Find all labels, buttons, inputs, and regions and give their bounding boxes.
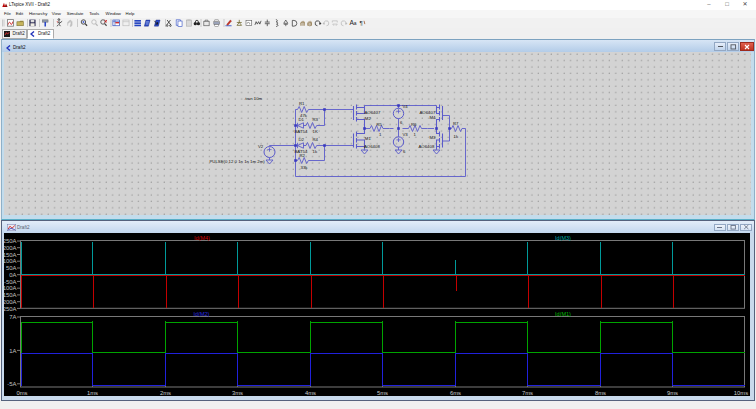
svg-text:6ms: 6ms	[450, 390, 461, 396]
svg-text:Id(M3): Id(M3)	[555, 235, 571, 241]
svg-text:AO6408: AO6408	[364, 144, 380, 149]
svg-text:Id(M4): Id(M4)	[194, 235, 210, 241]
svg-text:M3: M3	[430, 135, 437, 140]
svg-text:5ms: 5ms	[377, 390, 388, 396]
svg-text:-150A: -150A	[4, 292, 17, 298]
svg-text:¶: ¶	[360, 19, 364, 26]
svg-text:Id(M2): Id(M2)	[194, 311, 210, 317]
svg-text:V2: V2	[258, 144, 264, 149]
svg-text:PULSE(0 12 0 1n 1n 1m 2m): PULSE(0 12 0 1n 1n 1m 2m)	[210, 159, 266, 164]
svg-text:AO6407: AO6407	[365, 110, 381, 115]
svg-text:-100A: -100A	[4, 285, 17, 291]
svg-text:-5A: -5A	[7, 381, 16, 387]
svg-text:R3: R3	[313, 117, 319, 122]
svg-text:Id(M1): Id(M1)	[555, 311, 571, 317]
svg-text:AO6407: AO6407	[420, 110, 436, 115]
svg-text:D2: D2	[299, 137, 305, 142]
svg-text:9ms: 9ms	[667, 390, 678, 396]
svg-text:a: a	[354, 21, 357, 26]
svg-text:0ms: 0ms	[16, 390, 27, 396]
svg-text:M2: M2	[365, 116, 372, 121]
svg-text:100A: 100A	[4, 258, 17, 264]
svg-text:8ms: 8ms	[595, 390, 606, 396]
svg-text:150A: 150A	[4, 252, 17, 258]
svg-text:-250A: -250A	[4, 306, 17, 312]
svg-text:R6: R6	[411, 122, 417, 127]
svg-text:1ms: 1ms	[87, 390, 98, 396]
svg-text:50A: 50A	[6, 265, 17, 271]
svg-text:4ms: 4ms	[305, 390, 316, 396]
svg-text:M1: M1	[365, 136, 372, 141]
svg-text:R4: R4	[313, 137, 319, 142]
svg-text:10ms: 10ms	[734, 390, 748, 396]
svg-text:1A: 1A	[9, 348, 16, 354]
svg-text:3ms: 3ms	[232, 390, 243, 396]
svg-text:0A: 0A	[9, 272, 16, 278]
svg-text:R2: R2	[300, 153, 306, 158]
svg-text:33k: 33k	[301, 165, 309, 170]
svg-text:R1: R1	[299, 101, 305, 106]
svg-text:1K: 1K	[313, 129, 318, 134]
svg-text:200A: 200A	[4, 245, 17, 251]
svg-text:2ms: 2ms	[160, 390, 171, 396]
svg-text:V4: V4	[403, 104, 409, 109]
svg-text:-50A: -50A	[4, 279, 17, 285]
svg-text:7ms: 7ms	[522, 390, 533, 396]
svg-text:.tran 10m: .tran 10m	[244, 96, 263, 101]
svg-text:V3: V3	[403, 132, 409, 137]
svg-text:7A: 7A	[9, 314, 16, 320]
svg-text:-200A: -200A	[4, 299, 17, 305]
svg-text:AO6408: AO6408	[419, 144, 435, 149]
svg-text:R7: R7	[453, 121, 459, 126]
svg-text:BAT54: BAT54	[295, 129, 308, 134]
svg-text:R5: R5	[377, 122, 383, 127]
svg-text:M4: M4	[430, 115, 437, 120]
svg-text:D1: D1	[299, 117, 305, 122]
svg-text:250A: 250A	[4, 238, 17, 244]
